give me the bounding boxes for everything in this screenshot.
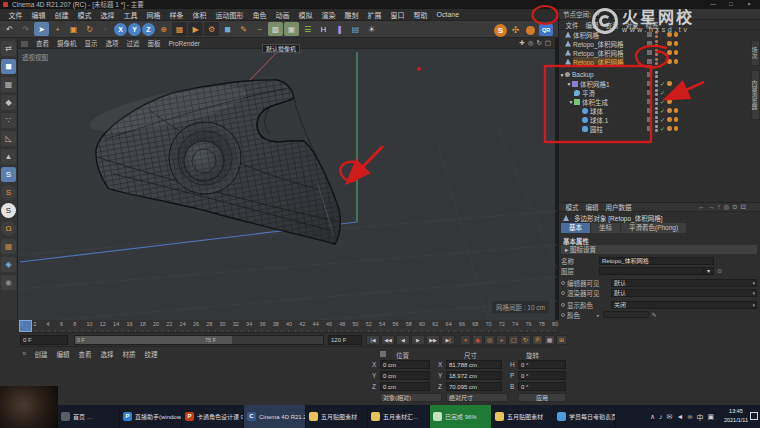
render-settings-icon[interactable]: ⚙ [204,22,219,36]
viewport-menu-item[interactable]: 选项 [102,38,123,48]
pan-view-icon[interactable]: ✚ [519,39,524,47]
forward-icon[interactable]: → [708,203,715,211]
color-swatch[interactable] [603,311,649,318]
rot-b-input[interactable]: 0 ° [518,382,566,391]
editor-visibility-select[interactable]: 默认▾ [611,279,757,287]
object-manager-menu-item[interactable]: 文件 [562,20,582,30]
z-axis-icon[interactable]: Z [142,23,155,36]
hamburger-icon[interactable]: ≡ [22,350,26,357]
texture-mode-icon[interactable]: ▦ [1,77,16,92]
object-tags[interactable] [667,59,678,64]
attribute-menu-item[interactable]: 编辑 [582,202,602,212]
pos-z-input[interactable]: 0 cm [380,382,430,391]
size-x-input[interactable]: 81.788 cm [446,360,502,369]
tray-chevron-up-icon[interactable]: ∧ [650,413,655,421]
prev-key-button[interactable]: ◀◀ [381,335,395,345]
tracker-icon[interactable]: H [316,22,331,36]
go-start-button[interactable]: |◀ [366,335,380,345]
record-rotation-icon[interactable]: ↻ [520,335,531,345]
render-view-icon[interactable]: ▦ [172,22,187,36]
record-scale-icon[interactable]: ▢ [508,335,519,345]
anim-dot-icon[interactable] [561,313,565,317]
taskbar-button[interactable]: 五月素材汇... [368,405,430,428]
pos-y-input[interactable]: 0 cm [380,371,430,380]
taskbar-clock[interactable]: 13:45 2021/1/11 [724,407,748,425]
workplane-mode-icon[interactable]: ◆ [1,95,16,110]
layer-toggle[interactable] [647,59,652,64]
layer-toggle[interactable] [647,41,652,46]
color-expand-icon[interactable]: ▸ [597,312,600,318]
last-tool-icon[interactable]: ◦ [98,22,113,36]
menu-item[interactable]: 文件 [4,10,27,20]
menu-item[interactable]: 创建 [50,10,73,20]
object-tags[interactable] [667,41,678,46]
material-menu-item[interactable]: 材质 [118,349,140,359]
enabled-check-icon[interactable]: ✓ [660,107,665,114]
taskbar-button[interactable]: C Cinema 4D R21.2... [244,405,306,428]
magnet-icon[interactable]: Ω [1,221,16,236]
y-axis-icon[interactable]: Y [128,23,141,36]
simulation-icon[interactable]: ☰ [300,22,315,36]
tray-mic-icon[interactable]: ♪ [659,413,663,420]
tray-link-icon[interactable]: ∞ [687,413,692,420]
workplane-lock-icon[interactable]: ◉ [1,275,16,290]
enabled-check-icon[interactable]: ✓ [660,89,665,96]
object-row-selected[interactable]: Retopo_体积网格 [559,57,747,66]
display-color-select[interactable]: 关闭▾ [611,301,757,309]
menu-item[interactable]: 运动图形 [211,10,248,20]
axis-cross-icon[interactable]: ✣ [509,24,522,37]
coord-mode-dropdown[interactable]: 对象(相对) [380,393,442,402]
viewport-menu-item[interactable]: ProRender [165,40,204,47]
rot-h-input[interactable]: 0 ° [518,360,566,369]
next-frame-button[interactable]: ▶▶ [426,335,440,345]
enabled-check-icon[interactable]: ✓ [660,116,665,123]
taskbar-button[interactable]: P 直播助手(windows6... [120,405,182,428]
taskbar-button[interactable]: 学员每日考勤表页 ... [554,405,616,428]
layer-toggle[interactable] [647,99,652,104]
attribute-menu-item[interactable]: 用户数据 [602,202,635,212]
points-mode-icon[interactable]: ∵ [1,113,16,128]
side-tab-content-browser[interactable]: 内容浏览器 [751,70,760,120]
menu-item[interactable]: 雕刻 [340,10,363,20]
autokey-icon[interactable]: ◉ [472,335,483,345]
lock-icon[interactable]: ⊙ [732,203,737,211]
mesh-grid-icon[interactable]: ▦ [1,239,16,254]
timeline-playhead[interactable] [19,320,32,332]
size-y-input[interactable]: 18.972 cm [446,371,502,380]
material-menu-item[interactable]: 创建 [30,349,52,359]
rot-p-input[interactable]: 0 ° [518,371,566,380]
current-frame-spinner[interactable]: 0 F [20,335,68,345]
light-icon[interactable]: ☀ [364,22,379,36]
apply-button[interactable]: 应用 [518,393,566,402]
tray-screenshot-icon[interactable]: ▣ [707,413,714,421]
back-icon[interactable]: ← [698,203,705,211]
enabled-check-icon[interactable]: ✓ [660,125,665,132]
render-picture-viewer-icon[interactable]: ▶ [188,22,203,36]
side-tab-takes[interactable]: 场次 [751,40,760,66]
timeline-ruler[interactable]: 0246810121416182022242628303234363840424… [18,320,558,333]
menu-item[interactable]: 渲染 [317,10,340,20]
menu-item[interactable]: 动画 [271,10,294,20]
search-icon[interactable]: ◎ [723,203,729,211]
layer-toggle[interactable] [647,50,652,55]
size-z-input[interactable]: 70.095 cm [446,382,502,391]
menu-item[interactable]: Octane [432,11,464,18]
taskbar-button[interactable]: 首页 … [58,405,120,428]
menu-item[interactable]: 选择 [96,10,119,20]
menu-item[interactable]: 网格 [142,10,165,20]
viewport-menu-item[interactable]: 面板 [144,38,165,48]
rotate-tool-icon[interactable]: ↻ [82,22,97,36]
taskbar-button[interactable]: 五月贴图素材 [492,405,554,428]
anim-dot-icon[interactable] [561,291,565,295]
menu-item[interactable]: 体积 [188,10,211,20]
octane-icon[interactable]: S [494,24,507,37]
object-row[interactable]: 圆柱 ✓ [559,124,747,133]
visibility-dots[interactable] [655,98,658,105]
viewport-menu-item[interactable]: 过滤 [123,38,144,48]
enable-snap-icon[interactable]: S [1,167,16,182]
object-tags[interactable] [667,117,678,122]
material-menu-item[interactable]: 选择 [96,349,118,359]
menu-item[interactable]: 编辑 [27,10,50,20]
material-ball-icon[interactable] [526,26,535,35]
record-keyframe-icon[interactable]: ● [460,335,471,345]
